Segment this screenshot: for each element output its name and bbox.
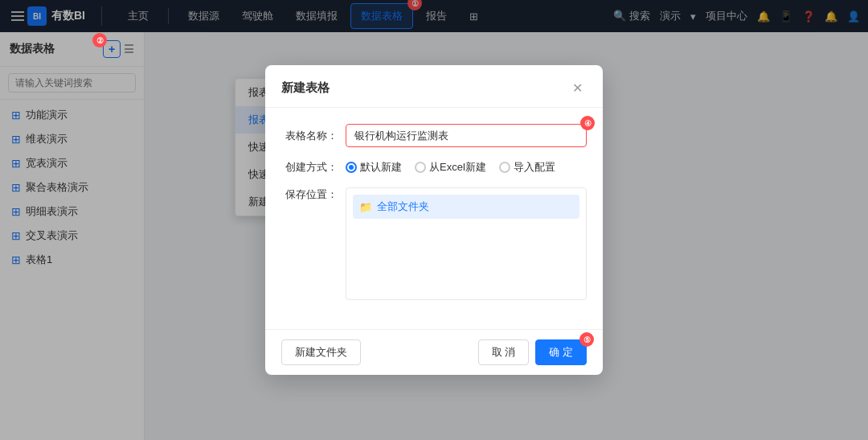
radio-import[interactable]: 导入配置 — [499, 160, 555, 175]
confirm-button[interactable]: 确 定 ⑤ — [535, 339, 587, 365]
create-method-row: 创建方式： 默认新建 从Excel新建 导入配置 — [281, 160, 587, 175]
modal-overlay: 新建表格 ✕ 表格名称： ④ 创建方式： 默认新建 — [0, 0, 868, 440]
save-location-label: 保存位置： — [281, 187, 338, 202]
folder-label: 全部文件夹 — [377, 199, 429, 214]
create-method-options: 默认新建 从Excel新建 导入配置 — [346, 160, 555, 175]
radio-default[interactable]: 默认新建 — [346, 160, 402, 175]
cancel-button[interactable]: 取 消 — [478, 339, 530, 365]
footer-right: 取 消 确 定 ⑤ — [478, 339, 587, 365]
create-method-label: 创建方式： — [281, 160, 338, 175]
modal-body: 表格名称： ④ 创建方式： 默认新建 从Excel新建 — [265, 108, 603, 329]
folder-item-all[interactable]: 📁 全部文件夹 — [353, 195, 579, 219]
new-table-modal: 新建表格 ✕ 表格名称： ④ 创建方式： 默认新建 — [265, 65, 603, 375]
table-name-input[interactable] — [346, 124, 587, 147]
radio-circle-excel — [415, 162, 426, 173]
table-name-row: 表格名称： ④ — [281, 124, 587, 147]
footer-left: 新建文件夹 — [281, 339, 361, 365]
annotation-5: ⑤ — [579, 332, 594, 347]
save-location-panel: 📁 全部文件夹 — [346, 187, 587, 300]
radio-circle-default — [346, 162, 357, 173]
modal-header: 新建表格 ✕ — [265, 65, 603, 108]
modal-footer: 新建文件夹 取 消 确 定 ⑤ — [265, 329, 603, 375]
new-folder-button[interactable]: 新建文件夹 — [281, 339, 361, 365]
close-button[interactable]: ✕ — [567, 78, 587, 97]
table-name-label: 表格名称： — [281, 129, 338, 143]
modal-title: 新建表格 — [281, 80, 330, 96]
radio-excel[interactable]: 从Excel新建 — [415, 160, 486, 175]
save-location-row: 保存位置： 📁 全部文件夹 — [281, 187, 587, 300]
radio-circle-import — [499, 162, 510, 173]
folder-icon: 📁 — [359, 201, 372, 213]
